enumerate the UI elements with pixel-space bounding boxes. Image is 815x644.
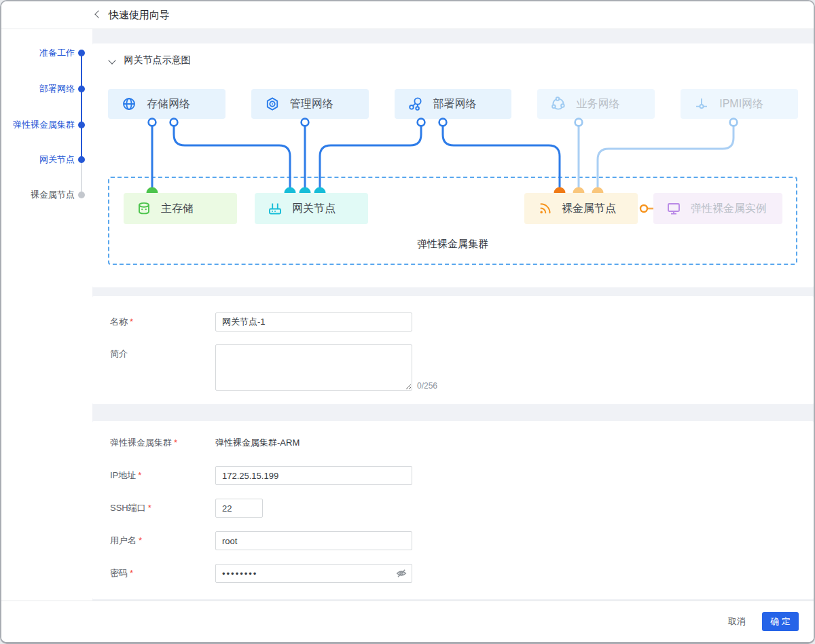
node-label: 弹性裸金属实例 bbox=[691, 202, 767, 216]
node-box-gateway: 网关节点 bbox=[255, 193, 368, 224]
network-label: 管理网络 bbox=[290, 97, 333, 111]
network-label: 部署网络 bbox=[433, 97, 477, 111]
network-row: 存储网络 管理网络 部署网络 bbox=[108, 89, 798, 119]
step-dot bbox=[78, 192, 85, 198]
network-label: 存储网络 bbox=[147, 97, 190, 111]
password-input[interactable] bbox=[215, 564, 412, 583]
topology-icon bbox=[408, 96, 424, 112]
node-label: 裸金属节点 bbox=[562, 202, 616, 216]
step-dot bbox=[78, 50, 85, 56]
cluster-row: 弹性裸金属集群* 弹性裸金属集群-ARM bbox=[110, 433, 814, 452]
basic-form-card: 名称* 简介 0/256 bbox=[92, 296, 814, 404]
chevron-left-icon bbox=[94, 10, 102, 18]
topbar: 快速使用向导 bbox=[1, 1, 814, 29]
required-marker: * bbox=[138, 470, 141, 480]
username-input[interactable] bbox=[215, 531, 412, 550]
step-prepare[interactable]: 准备工作 bbox=[1, 46, 92, 60]
password-label: 密码* bbox=[110, 564, 215, 583]
node-label: 网关节点 bbox=[292, 202, 336, 216]
description-textarea[interactable] bbox=[215, 344, 412, 391]
step-sidebar: 准备工作 部署网络 弹性裸金属集群 网关节点 裸金属节点 bbox=[1, 29, 92, 601]
required-marker: * bbox=[130, 317, 133, 327]
footer-bar: 取消 确 定 bbox=[1, 601, 814, 642]
database-icon bbox=[136, 200, 152, 217]
cluster-label: 弹性裸金属集群* bbox=[110, 433, 215, 452]
node-label: 主存储 bbox=[161, 202, 194, 216]
router-icon bbox=[267, 200, 283, 217]
ip-input[interactable] bbox=[215, 466, 412, 485]
char-counter: 0/256 bbox=[417, 381, 437, 391]
required-marker: * bbox=[130, 568, 133, 578]
connection-form-card: 弹性裸金属集群* 弹性裸金属集群-ARM IP地址* SSH端口* 用户名* 密… bbox=[92, 421, 814, 599]
description-label: 简介 bbox=[110, 344, 215, 391]
monitor-icon bbox=[666, 200, 682, 217]
eye-slash-icon[interactable] bbox=[396, 568, 407, 579]
password-row: 密码* bbox=[110, 564, 814, 583]
name-label: 名称* bbox=[110, 312, 215, 332]
content-area: 网关节点示意图 存储网络 管理网络 bbox=[92, 29, 814, 601]
confirm-button[interactable]: 确 定 bbox=[762, 612, 799, 631]
username-label: 用户名* bbox=[110, 531, 215, 550]
name-input[interactable] bbox=[215, 312, 412, 332]
username-row: 用户名* bbox=[110, 531, 814, 550]
stepper-progress-line bbox=[81, 53, 82, 160]
cancel-button[interactable]: 取消 bbox=[728, 615, 746, 628]
ssh-port-row: SSH端口* bbox=[110, 499, 814, 518]
wizard-window: 快速使用向导 准备工作 部署网络 弹性裸金属集群 网关节点 裸金属节点 bbox=[0, 0, 815, 644]
node-box-elastic-instance: 弹性裸金属实例 bbox=[653, 193, 782, 224]
name-row: 名称* bbox=[110, 312, 814, 332]
ssh-port-label: SSH端口* bbox=[110, 499, 215, 518]
network-box-ipmi: IPMI网络 bbox=[681, 89, 798, 119]
required-marker: * bbox=[148, 503, 151, 513]
step-dot bbox=[78, 86, 85, 92]
nut-icon bbox=[264, 96, 280, 112]
step-dot bbox=[78, 156, 85, 163]
cluster-label: 弹性裸金属集群 bbox=[108, 238, 797, 251]
diagram-section-title: 网关节点示意图 bbox=[124, 54, 190, 65]
step-dot bbox=[78, 122, 85, 128]
ip-label: IP地址* bbox=[110, 466, 215, 485]
cluster-value: 弹性裸金属集群-ARM bbox=[215, 433, 300, 452]
network-label: IPMI网络 bbox=[719, 97, 763, 111]
step-gateway-node[interactable]: 网关节点 bbox=[1, 153, 92, 166]
step-deploy-network[interactable]: 部署网络 bbox=[1, 82, 92, 96]
network-box-management: 管理网络 bbox=[251, 89, 369, 119]
page-title: 快速使用向导 bbox=[109, 1, 170, 29]
required-marker: * bbox=[174, 437, 177, 448]
diagram-section-toggle[interactable]: 网关节点示意图 bbox=[108, 54, 190, 68]
step-baremetal-node[interactable]: 裸金属节点 bbox=[1, 188, 92, 202]
network-box-storage: 存储网络 bbox=[108, 89, 225, 119]
ssh-port-input[interactable] bbox=[215, 499, 263, 518]
network-box-deployment: 部署网络 bbox=[395, 89, 512, 119]
ip-row: IP地址* bbox=[110, 466, 814, 485]
diagram-card: 网关节点示意图 存储网络 管理网络 bbox=[92, 43, 814, 287]
node-box-primary-storage: 主存储 bbox=[124, 193, 237, 224]
required-marker: * bbox=[139, 535, 142, 545]
node-box-baremetal: 裸金属节点 bbox=[524, 193, 638, 224]
back-button[interactable] bbox=[94, 10, 103, 20]
globe-icon bbox=[121, 96, 137, 112]
connector-icon bbox=[693, 96, 710, 112]
network-label: 业务网络 bbox=[576, 97, 619, 111]
signal-icon bbox=[537, 200, 553, 217]
network-box-business: 业务网络 bbox=[537, 89, 655, 119]
chevron-down-icon bbox=[108, 56, 115, 64]
ring-nodes-icon bbox=[550, 96, 566, 112]
description-row: 简介 0/256 bbox=[110, 344, 814, 391]
step-elastic-cluster[interactable]: 弹性裸金属集群 bbox=[1, 118, 92, 132]
